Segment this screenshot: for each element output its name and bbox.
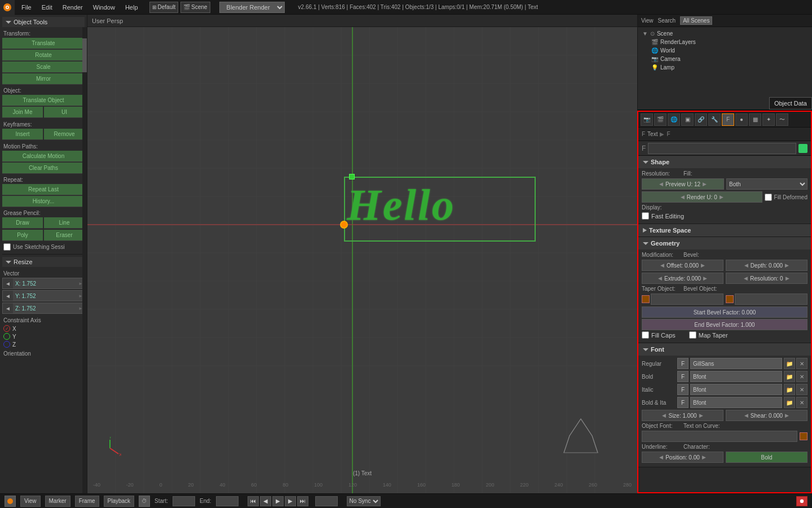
particles-btn[interactable]: ✦ [762, 113, 775, 126]
sync-select[interactable]: No Sync [347, 496, 381, 506]
left-scroll[interactable] [82, 27, 87, 493]
scene-props-btn[interactable]: 🎬 [654, 113, 667, 126]
jump-start-btn[interactable]: ⏮ [248, 496, 259, 506]
menu-help[interactable]: Help [121, 3, 143, 12]
resize-title[interactable]: Resize [2, 257, 85, 267]
offset-btn[interactable]: ◀ Offset: 0.000 ▶ [642, 260, 723, 271]
resize-title-text: Resize [14, 259, 33, 265]
insert-btn[interactable]: Insert [2, 129, 43, 140]
rotate-btn[interactable]: Rotate [2, 50, 85, 61]
menu-window[interactable]: Window [89, 3, 120, 12]
x-vector[interactable]: ◄ X: 1.752 ► [2, 278, 85, 289]
all-scenes-badge[interactable]: All Scenes [680, 16, 712, 25]
poly-btn[interactable]: Poly [2, 230, 43, 241]
marker-btn[interactable]: Marker [45, 496, 70, 507]
material-btn[interactable]: ● [735, 113, 748, 126]
translate-btn[interactable]: Translate [2, 38, 85, 49]
z-vector[interactable]: ◄ Z: 1.752 ► [2, 303, 85, 314]
menu-render[interactable]: Render [58, 3, 87, 12]
search-menu[interactable]: Search [658, 17, 676, 24]
view-menu[interactable]: View [641, 17, 654, 24]
line-btn[interactable]: Line [44, 217, 85, 229]
end-bevel-btn[interactable]: End Bevel Factor: 1.000 [642, 319, 807, 330]
bold-ita-open-btn[interactable]: 📁 [784, 397, 795, 408]
geo-resolution-btn[interactable]: ◀ Resolution: 0 ▶ [726, 273, 807, 284]
join-btn[interactable]: Join Me [2, 107, 43, 118]
bold-clear-btn[interactable]: ✕ [796, 371, 807, 382]
geometry-header[interactable]: Geometry [638, 237, 811, 249]
playback-btn[interactable]: Playback [104, 496, 135, 507]
taper-field[interactable] [651, 294, 723, 305]
modifiers-btn[interactable]: 🔧 [708, 113, 721, 126]
scale-btn[interactable]: Scale [2, 62, 85, 73]
texture-btn[interactable]: ▦ [749, 113, 761, 126]
mirror-btn[interactable]: Mirror [2, 73, 85, 85]
italic-open-btn[interactable]: 📁 [784, 384, 795, 395]
ui-btn[interactable]: UI [44, 107, 85, 118]
constraints-btn[interactable]: 🔗 [695, 113, 707, 126]
object-props-btn[interactable]: ▣ [681, 113, 694, 126]
start-frame[interactable]: 1 [173, 496, 195, 506]
tree-item-world[interactable]: 🌐 World [640, 46, 810, 55]
object-name-field[interactable]: Text [648, 143, 796, 154]
fast-editing-cb[interactable] [642, 212, 649, 220]
obj-font-field[interactable] [642, 431, 797, 442]
bold-char-btn[interactable]: Bold [726, 452, 807, 463]
preview-u-btn[interactable]: ◀ Preview U: 12 ▶ [642, 178, 724, 190]
regular-clear-btn[interactable]: ✕ [796, 358, 807, 369]
end-frame[interactable]: 250 [216, 496, 239, 506]
translate-obj-btn[interactable]: Translate Object [2, 95, 85, 106]
menu-file[interactable]: File [17, 3, 36, 12]
repeat-last-btn[interactable]: Repeat Last [2, 184, 85, 195]
bold-open-btn[interactable]: 📁 [784, 371, 795, 382]
tree-item-scene[interactable]: ▼ ⊙ Scene [640, 29, 810, 38]
eraser-btn[interactable]: Eraser [44, 230, 85, 241]
bevel-obj-field[interactable] [735, 294, 807, 305]
fill-deformed-cb[interactable] [765, 194, 772, 201]
render-props-btn[interactable]: 📷 [641, 113, 653, 126]
clear-btn[interactable]: Clear Paths [2, 163, 85, 174]
frame-btn[interactable]: Frame [75, 496, 99, 507]
engine-select[interactable]: Blender Render [219, 2, 285, 13]
draw-btn[interactable]: Draw [2, 217, 43, 229]
use-sketching-checkbox[interactable] [3, 243, 11, 251]
tree-item-lamp[interactable]: 💡 Lamp [640, 63, 810, 72]
fill-caps-cb[interactable] [642, 331, 649, 339]
y-vector[interactable]: ◄ Y: 1.752 ► [2, 290, 85, 301]
map-taper-cb[interactable] [689, 331, 696, 339]
shear-btn[interactable]: ◀ Shear: 0.000 ▶ [726, 410, 807, 421]
prev-frame-btn[interactable]: ◀ [260, 496, 271, 506]
start-bevel-btn[interactable]: Start Bevel Factor: 0.000 [642, 306, 807, 318]
depth-btn[interactable]: ◀ Depth: 0.000 ▶ [726, 260, 807, 271]
fill-deformed-row: Fill Deformed [765, 192, 807, 202]
font-header[interactable]: Font [638, 343, 811, 356]
next-frame-btn[interactable]: ▶ [285, 496, 296, 506]
viewport-canvas[interactable]: Hello Y X [87, 27, 637, 493]
data-props-btn[interactable]: F [722, 113, 734, 126]
current-frame[interactable]: 1 [315, 496, 338, 506]
extrude-btn[interactable]: ◀ Extrude: 0.000 ▶ [642, 273, 723, 284]
tree-item-renderlayers[interactable]: 🎬 RenderLayers [640, 38, 810, 46]
physics-btn[interactable]: 〜 [776, 113, 788, 126]
calculate-btn[interactable]: Calculate Motion [2, 151, 85, 162]
position-btn[interactable]: ◀ Position: 0.00 ▶ [642, 452, 723, 463]
shape-header[interactable]: Shape [638, 156, 811, 168]
record-bottom-btn[interactable]: ⏺ [796, 496, 807, 506]
play-btn[interactable]: ▶ [272, 496, 284, 506]
world-props-btn[interactable]: 🌐 [668, 113, 680, 126]
italic-clear-btn[interactable]: ✕ [796, 384, 807, 395]
regular-open-btn[interactable]: 📁 [784, 358, 795, 369]
font-icon-small: F [642, 144, 646, 152]
fill-select[interactable]: Both None Front Back [726, 178, 807, 190]
view-bottom-btn[interactable]: View [20, 496, 41, 507]
tree-item-camera[interactable]: 📷 Camera [640, 55, 810, 63]
render-u-btn[interactable]: ◀ Render U: 0 ▶ [642, 191, 762, 203]
size-btn[interactable]: ◀ Size: 1.000 ▶ [642, 410, 723, 421]
bold-ita-clear-btn[interactable]: ✕ [796, 397, 807, 408]
history-btn[interactable]: History... [2, 196, 85, 207]
texture-space-header[interactable]: Texture Space [638, 224, 811, 237]
object-tools-title[interactable]: Object Tools [2, 17, 85, 27]
remove-btn[interactable]: Remove [44, 129, 85, 140]
jump-end-btn[interactable]: ⏭ [297, 496, 308, 506]
menu-edit[interactable]: Edit [37, 3, 57, 12]
